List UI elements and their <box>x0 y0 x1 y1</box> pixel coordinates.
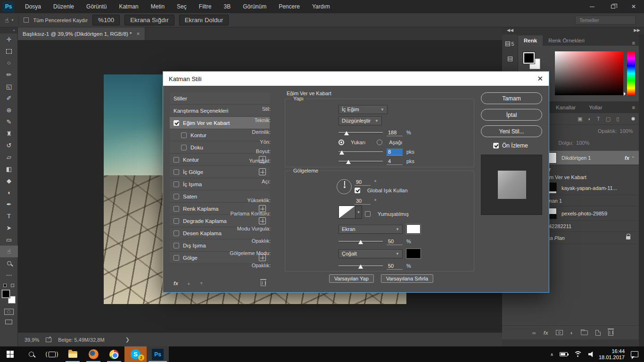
file-explorer-icon[interactable] <box>62 346 83 362</box>
pen-tool[interactable]: ✒ <box>0 198 18 210</box>
tab-color[interactable]: Renk <box>518 35 543 46</box>
search-icon[interactable] <box>21 346 41 362</box>
action-center-icon[interactable] <box>631 351 638 357</box>
firefox-icon[interactable] <box>83 346 104 362</box>
color-field[interactable] <box>555 51 623 95</box>
chevron-down-icon[interactable]: ▾ <box>12 18 14 22</box>
minimize-button[interactable] <box>582 0 603 13</box>
volume-icon[interactable] <box>588 352 593 357</box>
foreground-background-colors[interactable] <box>2 290 16 304</box>
export-icon[interactable] <box>46 337 51 342</box>
zoom-level[interactable]: 39,9% <box>25 337 39 343</box>
global-light-checkbox[interactable] <box>355 188 360 193</box>
move-down-icon[interactable]: ▼ <box>199 281 204 286</box>
fx-icon[interactable]: fx <box>173 280 178 286</box>
layer-filter-icon[interactable]: ▣ <box>578 116 582 122</box>
style-list-item[interactable]: İç Gölge <box>170 166 270 178</box>
highlight-mode-dropdown[interactable]: Ekran▼ <box>339 225 403 234</box>
brush-tool[interactable]: ✎ <box>0 116 18 128</box>
menu-item[interactable]: Görüntü <box>80 0 113 13</box>
menu-item[interactable]: Düzenle <box>47 0 80 13</box>
foreground-swatch[interactable] <box>523 52 535 64</box>
delete-style-icon[interactable] <box>261 280 266 286</box>
antialiased-checkbox[interactable] <box>365 211 371 217</box>
clock[interactable]: 16:44 18.01.2017 <box>599 348 625 361</box>
collapse-tools-icon[interactable]: » <box>0 27 17 33</box>
angle-value[interactable]: 90 <box>355 179 371 186</box>
eraser-tool[interactable]: ▱ <box>0 151 18 163</box>
make-default-button[interactable]: Varsayılan Yap <box>329 274 374 283</box>
soften-value[interactable]: 4 <box>387 158 403 165</box>
dialog-close-icon[interactable]: ✕ <box>531 74 543 83</box>
layer-filter-icon[interactable]: T <box>597 116 600 122</box>
layer-name[interactable]: kayak-yapan-adam-11... <box>561 185 617 191</box>
new-group-icon[interactable] <box>581 330 588 335</box>
add-instance-icon[interactable] <box>259 168 266 175</box>
marquee-tool[interactable] <box>0 45 18 57</box>
shadow-mode-dropdown[interactable]: Çoğalt▼ <box>339 249 403 258</box>
quick-select-tool[interactable]: ✏ <box>0 69 18 81</box>
fit-screen-button[interactable]: Ekrana Sığdır <box>124 15 174 25</box>
clone-stamp-tool[interactable]: ♜ <box>0 128 18 140</box>
blur-tool[interactable]: ◆ <box>0 175 18 187</box>
skype-icon[interactable]: S 2 <box>124 346 147 362</box>
healing-brush-tool[interactable]: ⊛ <box>0 104 18 116</box>
default-swap-colors[interactable] <box>0 281 17 287</box>
zoom-100-button[interactable]: %100 <box>92 15 120 25</box>
close-tab-icon[interactable]: × <box>137 31 140 37</box>
shadow-color-swatch[interactable] <box>406 249 421 258</box>
direction-up-radio[interactable] <box>339 140 344 145</box>
panel-menu-icon[interactable]: ≡ <box>632 105 635 110</box>
start-button[interactable] <box>0 346 21 362</box>
filter-toggle-icon[interactable] <box>631 117 635 121</box>
more-tools[interactable]: ⋯ <box>0 269 18 281</box>
shape-tool[interactable]: ▭ <box>0 234 18 246</box>
size-value[interactable]: 8 <box>387 148 403 156</box>
gradient-tool[interactable]: ◧ <box>0 163 18 175</box>
screen-mode-icon[interactable] <box>5 320 12 324</box>
properties-panel-icon[interactable] <box>504 53 516 65</box>
style-list-item[interactable]: Stiller <box>170 92 270 104</box>
link-layers-icon[interactable]: ∞ <box>532 330 536 336</box>
layer-filter-icon[interactable]: ▯ <box>616 116 619 122</box>
menu-item[interactable]: Katman <box>113 0 144 13</box>
document-tab[interactable]: Başlıksız-1 @ 39,9% (Dikdörtgen 1, RGB/8… <box>18 27 145 40</box>
depth-slider[interactable] <box>339 132 383 133</box>
move-tool[interactable]: ✛ <box>0 33 18 45</box>
dodge-tool[interactable]: ◖ <box>0 187 18 198</box>
fill-value[interactable]: 100% <box>576 140 589 146</box>
fill-screen-button[interactable]: Ekranı Doldur <box>179 15 229 25</box>
chrome-icon[interactable] <box>104 346 124 362</box>
cancel-button[interactable]: İptal <box>481 109 542 121</box>
highlight-opacity-value[interactable]: 50 <box>387 238 403 245</box>
fx-badge[interactable]: fx <box>625 155 629 161</box>
layer-filter-icon[interactable]: ▢ <box>606 116 611 122</box>
expand-panels-icon[interactable]: ▶▶ <box>634 28 640 33</box>
move-up-icon[interactable]: ▲ <box>187 281 191 286</box>
restore-button[interactable] <box>603 0 623 13</box>
crop-tool[interactable]: ◱ <box>0 81 18 92</box>
style-dropdown[interactable]: İç Eğim▼ <box>339 105 388 114</box>
reset-default-button[interactable]: Varsayılana Sıfırla <box>381 274 433 283</box>
highlight-opacity-slider[interactable] <box>339 241 383 242</box>
close-button[interactable]: ✕ <box>623 0 644 13</box>
history-panel-icon[interactable]: 5 <box>504 38 516 49</box>
new-layer-icon[interactable] <box>595 330 601 336</box>
shadow-opacity-slider[interactable] <box>339 265 383 267</box>
layer-name[interactable]: pexels-photo-29859 <box>561 211 607 216</box>
status-chevron-icon[interactable]: ❯ <box>125 337 130 343</box>
eyedropper-tool[interactable]: ✐ <box>0 92 18 104</box>
tray-chevron-icon[interactable]: ∧ <box>550 352 553 357</box>
highlight-color-swatch[interactable] <box>406 224 421 234</box>
style-checkbox[interactable] <box>173 169 179 175</box>
menu-item[interactable]: Pencere <box>272 0 306 13</box>
battery-icon[interactable] <box>560 352 568 356</box>
add-mask-icon[interactable] <box>556 330 563 335</box>
menu-item[interactable]: Yardım <box>306 0 336 13</box>
hand-tool[interactable]: ☝ <box>0 246 18 257</box>
task-view-icon[interactable] <box>41 346 62 362</box>
menu-item[interactable]: Filtre <box>193 0 218 13</box>
path-select-tool[interactable]: ➤ <box>0 222 18 234</box>
new-style-button[interactable]: Yeni Stil... <box>481 125 542 137</box>
depth-value[interactable]: 188 <box>387 129 403 136</box>
